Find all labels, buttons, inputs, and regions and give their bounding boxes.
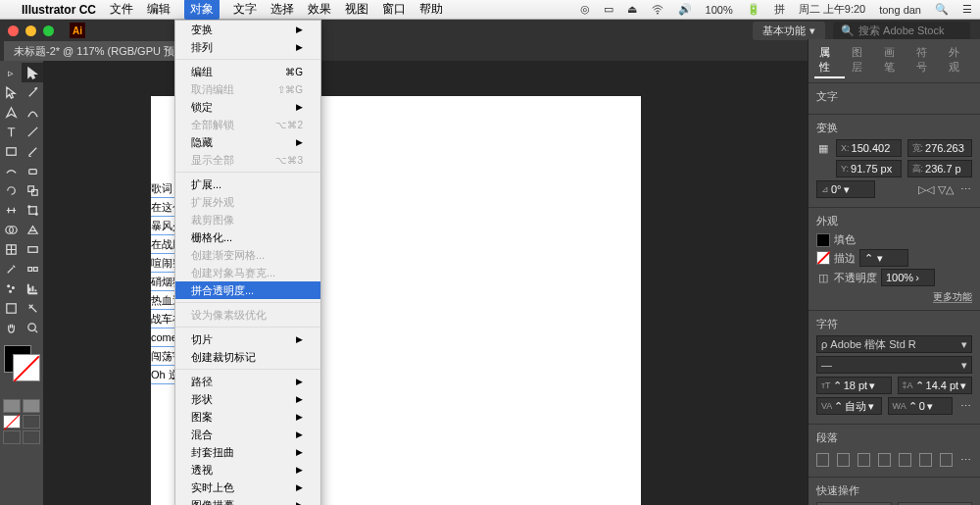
menu-item[interactable]: 创建裁切标记 [175, 348, 320, 366]
menu-item[interactable]: 扩展... [175, 176, 320, 193]
menu-item[interactable]: 图像描摹▶ [175, 496, 320, 505]
color-swatches[interactable] [4, 341, 39, 380]
minimize-window[interactable] [25, 25, 36, 36]
app-name[interactable]: Illustrator CC [22, 3, 96, 17]
spotlight-icon[interactable]: 🔍 [935, 3, 949, 16]
user[interactable]: tong dan [879, 4, 921, 16]
curvature-tool[interactable] [22, 102, 43, 122]
menu-object[interactable]: 对象 [184, 0, 220, 20]
direct-select-tool[interactable] [0, 82, 22, 102]
tracking-field[interactable]: WA⌃0▾ [888, 397, 954, 415]
pen-tool[interactable] [0, 102, 22, 122]
tool-toggle[interactable]: ▹ [0, 63, 22, 82]
selection-tool[interactable] [22, 63, 43, 82]
angle-field[interactable]: ⊿0°▾ [816, 180, 875, 198]
menu-type[interactable]: 文字 [233, 1, 257, 18]
slice-tool[interactable] [22, 298, 43, 318]
magic-wand-tool[interactable] [22, 82, 43, 102]
more-options-icon[interactable]: ⋯ [958, 182, 972, 196]
perspective-tool[interactable] [22, 220, 43, 239]
tab-layers[interactable]: 图层 [847, 43, 877, 78]
justify-left[interactable] [878, 453, 891, 467]
menu-window[interactable]: 窗口 [382, 1, 406, 18]
h-field[interactable]: 高:236.7 p [907, 160, 973, 177]
menu-item[interactable]: 锁定▶ [175, 98, 320, 116]
menu-help[interactable]: 帮助 [419, 1, 443, 18]
notification-icon[interactable]: ☰ [962, 3, 972, 16]
workspace-switcher[interactable]: 基本功能▾ [753, 22, 825, 40]
font-size-field[interactable]: тT⌃18 pt▾ [816, 377, 892, 394]
symbol-sprayer-tool[interactable] [0, 278, 22, 298]
brush-tool[interactable] [22, 141, 43, 161]
menu-edit[interactable]: 编辑 [147, 1, 171, 18]
stroke-weight[interactable]: ⌃▾ [859, 249, 908, 267]
gradient-tool[interactable] [22, 239, 43, 259]
tab-properties[interactable]: 属性 [814, 43, 845, 78]
menu-item[interactable]: 隐藏▶ [175, 133, 320, 151]
artboard-tool[interactable] [0, 298, 22, 318]
close-window[interactable] [8, 25, 19, 36]
more-char-icon[interactable]: ⋯ [958, 399, 972, 413]
draw-mode-icons[interactable] [2, 398, 41, 445]
leading-field[interactable]: ‡A⌃14.4 pt▾ [898, 377, 973, 394]
scale-tool[interactable] [22, 180, 43, 200]
menu-item[interactable]: 混合▶ [175, 426, 320, 443]
menu-file[interactable]: 文件 [110, 1, 133, 18]
align-right[interactable] [858, 453, 870, 467]
zoom-tool[interactable] [22, 318, 43, 337]
menu-item[interactable]: 实时上色▶ [175, 479, 320, 496]
rectangle-tool[interactable] [0, 141, 22, 161]
rotate-tool[interactable] [0, 180, 22, 200]
type-tool[interactable] [0, 122, 22, 141]
menu-item[interactable]: 透视▶ [175, 461, 320, 479]
justify-right[interactable] [919, 453, 932, 467]
menu-item[interactable]: 编组⌘G [175, 63, 320, 80]
width-tool[interactable] [0, 200, 22, 220]
input-source[interactable]: 拼 [774, 2, 785, 17]
menu-select[interactable]: 选择 [270, 1, 294, 18]
mesh-tool[interactable] [0, 239, 22, 259]
justify-all[interactable] [940, 453, 953, 467]
menu-item[interactable]: 变换▶ [175, 21, 320, 38]
font-style-dropdown[interactable]: —▾ [816, 356, 972, 374]
flip-h-icon[interactable]: ▷◁ [919, 182, 933, 196]
menu-item[interactable]: 排列▶ [175, 38, 320, 56]
tab-symbols[interactable]: 符号 [911, 43, 942, 78]
more-functions-link[interactable]: 更多功能 [933, 291, 972, 303]
menu-item[interactable]: 形状▶ [175, 390, 320, 408]
graph-tool[interactable] [22, 278, 43, 298]
menu-item[interactable]: 图案▶ [175, 408, 320, 426]
menu-view[interactable]: 视图 [345, 1, 368, 18]
menu-effect[interactable]: 效果 [308, 1, 331, 18]
opacity-field[interactable]: 100%› [881, 269, 935, 286]
menu-item[interactable]: 封套扭曲▶ [175, 443, 320, 461]
tab-brushes[interactable]: 画笔 [879, 43, 909, 78]
shape-builder-tool[interactable] [0, 220, 22, 239]
w-field[interactable]: 宽:276.263 [907, 139, 973, 157]
align-left[interactable] [816, 453, 829, 467]
menu-item[interactable]: 栅格化... [175, 228, 320, 246]
y-field[interactable]: Y:91.75 px [836, 160, 902, 177]
shaper-tool[interactable] [0, 161, 22, 180]
tab-appearance[interactable]: 外观 [944, 43, 974, 78]
kerning-field[interactable]: VA⌃自动▾ [816, 397, 882, 415]
fill-swatch[interactable] [816, 233, 830, 247]
menu-item[interactable]: 拼合透明度... [175, 281, 320, 299]
eraser-tool[interactable] [22, 161, 43, 180]
flip-v-icon[interactable]: ▽△ [939, 182, 953, 196]
reference-point-icon[interactable]: ▦ [816, 141, 830, 155]
line-tool[interactable] [22, 122, 43, 141]
more-para-icon[interactable]: ⋯ [960, 453, 972, 467]
eyedropper-tool[interactable] [0, 259, 22, 278]
x-field[interactable]: X:150.402 [836, 139, 902, 157]
stock-search[interactable]: 🔍搜索 Adobe Stock [833, 22, 970, 40]
free-transform-tool[interactable] [22, 200, 43, 220]
blend-tool[interactable] [22, 259, 43, 278]
maximize-window[interactable] [43, 25, 54, 36]
align-center[interactable] [837, 453, 850, 467]
justify-center[interactable] [899, 453, 911, 467]
hand-tool[interactable] [0, 318, 22, 337]
menu-item[interactable]: 切片▶ [175, 330, 320, 348]
stroke-swatch[interactable] [816, 251, 830, 265]
menu-item[interactable]: 路径▶ [175, 373, 320, 390]
